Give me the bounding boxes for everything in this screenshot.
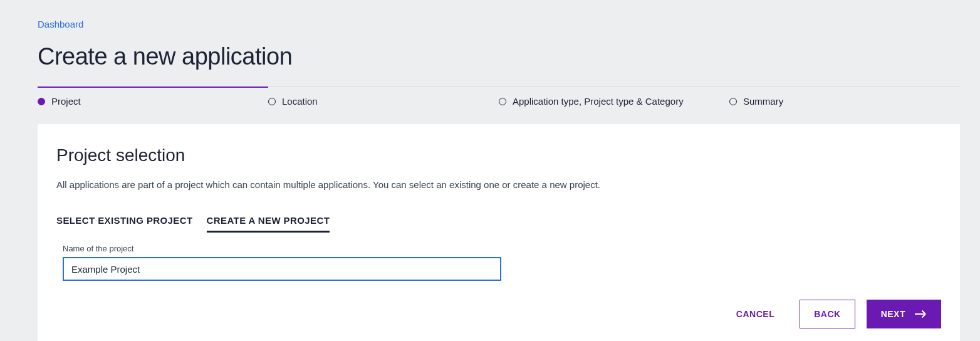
step-location[interactable]: Location xyxy=(268,87,499,107)
next-button-label: NEXT xyxy=(881,309,905,319)
step-circle-icon xyxy=(729,98,737,105)
step-project[interactable]: Project xyxy=(38,87,268,107)
project-name-field: Name of the project xyxy=(56,244,941,281)
step-label: Location xyxy=(282,96,318,107)
step-label: Project xyxy=(51,96,81,107)
section-description: All applications are part of a project w… xyxy=(56,179,941,190)
back-button[interactable]: BACK xyxy=(800,300,855,328)
tab-create-new[interactable]: CREATE A NEW PROJECT xyxy=(207,215,330,233)
stepper-progress xyxy=(38,87,268,88)
step-summary[interactable]: Summary xyxy=(729,87,960,107)
page-title: Create a new application xyxy=(38,43,960,70)
actions-row: CANCEL BACK NEXT xyxy=(56,300,941,328)
content-card: Project selection All applications are p… xyxy=(38,124,960,341)
cancel-button[interactable]: CANCEL xyxy=(722,300,788,328)
tabs: SELECT EXISTING PROJECT CREATE A NEW PRO… xyxy=(56,215,941,233)
cancel-button-label: CANCEL xyxy=(736,309,774,319)
breadcrumb: Dashboard xyxy=(38,19,960,29)
step-label: Application type, Project type & Categor… xyxy=(513,96,684,107)
step-circle-icon xyxy=(268,98,276,105)
tab-select-existing[interactable]: SELECT EXISTING PROJECT xyxy=(56,215,193,233)
step-circle-icon xyxy=(38,98,45,105)
project-name-input[interactable] xyxy=(63,257,501,281)
section-title: Project selection xyxy=(56,145,941,165)
stepper: Project Location Application type, Proje… xyxy=(38,87,960,107)
step-label: Summary xyxy=(743,96,783,107)
back-button-label: BACK xyxy=(814,309,840,319)
step-circle-icon xyxy=(499,98,506,105)
next-button[interactable]: NEXT xyxy=(867,300,941,328)
step-application-type[interactable]: Application type, Project type & Categor… xyxy=(499,87,729,107)
arrow-right-icon xyxy=(914,310,927,318)
project-name-label: Name of the project xyxy=(63,244,941,253)
breadcrumb-dashboard-link[interactable]: Dashboard xyxy=(38,19,83,29)
